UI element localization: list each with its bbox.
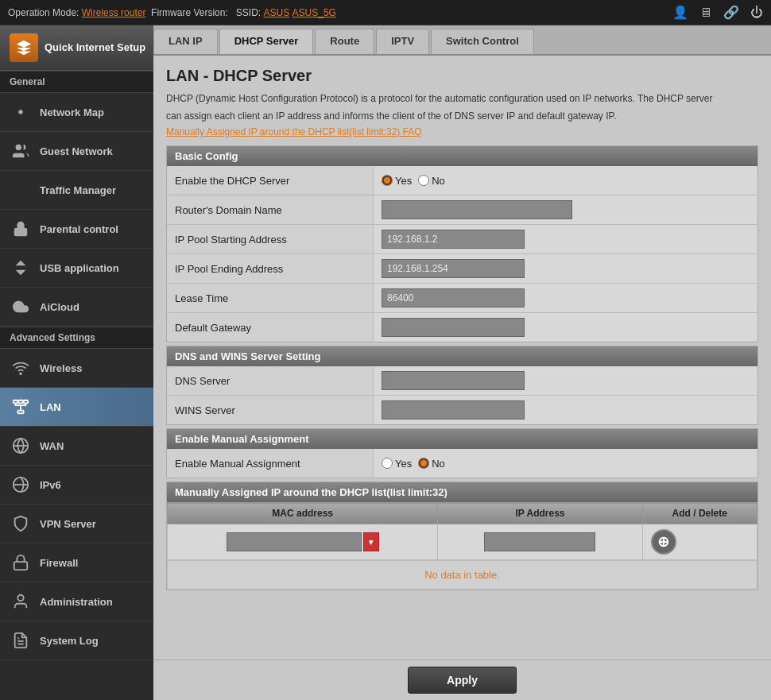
router-domain-input[interactable] xyxy=(382,200,572,219)
ip-pool-end-input[interactable] xyxy=(382,259,525,278)
traffic-manager-icon xyxy=(10,179,32,201)
lease-time-input[interactable] xyxy=(382,288,525,307)
usb-application-icon xyxy=(10,257,32,279)
general-section-label: General xyxy=(0,71,153,93)
mac-dropdown-arrow[interactable]: ▼ xyxy=(363,532,379,551)
sidebar-item-parental-control[interactable]: Parental control xyxy=(0,210,153,249)
wins-server-value xyxy=(374,396,757,424)
manual-assignment-header: Enable Manual Assignment xyxy=(167,429,757,449)
mac-address-input[interactable] xyxy=(227,532,362,551)
enable-dhcp-row: Enable the DHCP Server Yes No xyxy=(167,166,757,195)
description-line1: DHCP (Dynamic Host Configuration Protoco… xyxy=(166,91,758,106)
enable-manual-yes-radio[interactable] xyxy=(382,458,393,469)
sidebar-item-label: LAN xyxy=(40,401,61,413)
ssid-label: SSID: xyxy=(236,7,261,18)
topbar: Operation Mode: Wireless router Firmware… xyxy=(0,0,771,25)
enable-manual-no-label[interactable]: No xyxy=(418,458,445,470)
operation-mode-value[interactable]: Wireless router xyxy=(82,7,146,18)
dns-wins-section: DNS and WINS Server Setting DNS Server W… xyxy=(166,346,758,425)
faq-link[interactable]: Manually Assigned IP around the DHCP lis… xyxy=(166,126,758,137)
default-gateway-label: Default Gateway xyxy=(167,313,374,342)
ssid-value[interactable]: ASUS xyxy=(264,7,290,18)
sidebar-item-ipv6[interactable]: IPv6 xyxy=(0,466,153,505)
sidebar: Quick Internet Setup General Network Map… xyxy=(0,25,153,700)
no-data-message: No data in table. xyxy=(167,560,757,590)
ip-pool-end-row: IP Pool Ending Address xyxy=(167,254,757,284)
ip-pool-start-value xyxy=(374,225,757,253)
dns-server-label: DNS Server xyxy=(167,366,374,395)
ip-address-input[interactable] xyxy=(484,532,595,551)
svg-point-3 xyxy=(20,373,21,374)
sidebar-item-aicloud[interactable]: AiCloud xyxy=(0,288,153,327)
dns-server-input[interactable] xyxy=(382,371,525,390)
sidebar-item-label: WAN xyxy=(40,440,64,452)
sidebar-item-wireless[interactable]: Wireless xyxy=(0,349,153,388)
ipv6-icon xyxy=(10,474,32,496)
lease-time-label: Lease Time xyxy=(167,284,374,312)
ip-pool-end-label: IP Pool Ending Address xyxy=(167,254,374,283)
sidebar-item-administration[interactable]: Administration xyxy=(0,582,153,621)
tab-iptv[interactable]: IPTV xyxy=(376,29,429,54)
sidebar-item-label: Traffic Manager xyxy=(40,184,116,196)
sidebar-item-usb-application[interactable]: USB application xyxy=(0,249,153,288)
default-gateway-input[interactable] xyxy=(382,318,525,337)
quick-setup-item[interactable]: Quick Internet Setup xyxy=(0,25,153,71)
monitor-icon[interactable]: 🖥 xyxy=(699,6,712,20)
manual-table-header: Manually Assigned IP around the DHCP lis… xyxy=(167,482,757,502)
guest-network-icon xyxy=(10,140,32,162)
col-add-delete: Add / Delete xyxy=(642,503,757,524)
enable-manual-no-radio[interactable] xyxy=(418,458,429,469)
sidebar-item-system-log[interactable]: System Log xyxy=(0,621,153,660)
ssid-5g-value[interactable]: ASUS_5G xyxy=(293,7,336,18)
router-domain-label: Router's Domain Name xyxy=(167,195,374,224)
tab-lan-ip[interactable]: LAN IP xyxy=(153,29,218,54)
add-entry-button[interactable]: ⊕ xyxy=(651,529,676,555)
sidebar-item-lan[interactable]: LAN xyxy=(0,388,153,427)
enable-manual-yes-label[interactable]: Yes xyxy=(382,458,412,470)
ip-pool-start-row: IP Pool Starting Address xyxy=(167,225,757,254)
sidebar-item-wan[interactable]: WAN xyxy=(0,427,153,466)
sidebar-item-label: Guest Network xyxy=(40,145,113,157)
sidebar-item-firewall[interactable]: Firewall xyxy=(0,543,153,582)
apply-button[interactable]: Apply xyxy=(408,667,517,694)
description-line2: can assign each client an IP address and… xyxy=(166,109,758,123)
sidebar-item-label: Network Map xyxy=(40,106,104,118)
enable-manual-value: Yes No xyxy=(374,453,757,474)
enable-dhcp-no-label[interactable]: No xyxy=(418,175,445,187)
svg-point-1 xyxy=(16,145,21,150)
table-input-row: ▼ ⊕ xyxy=(168,524,757,560)
firmware-label: Firmware Version: xyxy=(151,7,228,18)
sidebar-item-label: Parental control xyxy=(40,223,118,235)
enable-dhcp-yes-label[interactable]: Yes xyxy=(382,175,412,187)
lease-time-row: Lease Time xyxy=(167,284,757,313)
tab-route[interactable]: Route xyxy=(315,29,374,54)
ip-pool-start-input[interactable] xyxy=(382,230,525,249)
mac-input-wrapper: ▼ xyxy=(176,532,429,551)
aicloud-icon xyxy=(10,296,32,318)
sidebar-item-label: System Log xyxy=(40,635,99,647)
sidebar-item-network-map[interactable]: Network Map xyxy=(0,93,153,132)
tab-switch-control[interactable]: Switch Control xyxy=(431,29,534,54)
power-icon[interactable]: ⏻ xyxy=(750,6,763,20)
ip-pool-start-label: IP Pool Starting Address xyxy=(167,225,374,253)
tab-dhcp-server[interactable]: DHCP Server xyxy=(219,29,314,54)
share-icon[interactable]: 🔗 xyxy=(723,5,739,20)
svg-rect-5 xyxy=(18,400,23,404)
tab-bar: LAN IP DHCP Server Route IPTV Switch Con… xyxy=(153,25,771,56)
wins-server-label: WINS Server xyxy=(167,396,374,424)
wins-server-input[interactable] xyxy=(382,400,525,420)
sidebar-item-traffic-manager[interactable]: Traffic Manager xyxy=(0,171,153,210)
basic-config-section: Basic Config Enable the DHCP Server Yes … xyxy=(166,145,758,342)
user-icon[interactable]: 👤 xyxy=(672,5,688,20)
lan-icon xyxy=(10,396,32,418)
dns-server-row: DNS Server xyxy=(167,366,757,396)
top-icons: 👤 🖥 🔗 ⏻ xyxy=(672,5,763,20)
sidebar-item-guest-network[interactable]: Guest Network xyxy=(0,132,153,171)
enable-dhcp-no-radio[interactable] xyxy=(418,175,429,186)
enable-dhcp-yes-radio[interactable] xyxy=(382,175,393,186)
sidebar-item-vpn-server[interactable]: VPN Server xyxy=(0,505,153,543)
add-delete-cell: ⊕ xyxy=(642,524,757,560)
svg-point-0 xyxy=(18,110,23,114)
main-panel: LAN - DHCP Server DHCP (Dynamic Host Con… xyxy=(153,56,771,659)
content-area: LAN IP DHCP Server Route IPTV Switch Con… xyxy=(153,25,771,700)
